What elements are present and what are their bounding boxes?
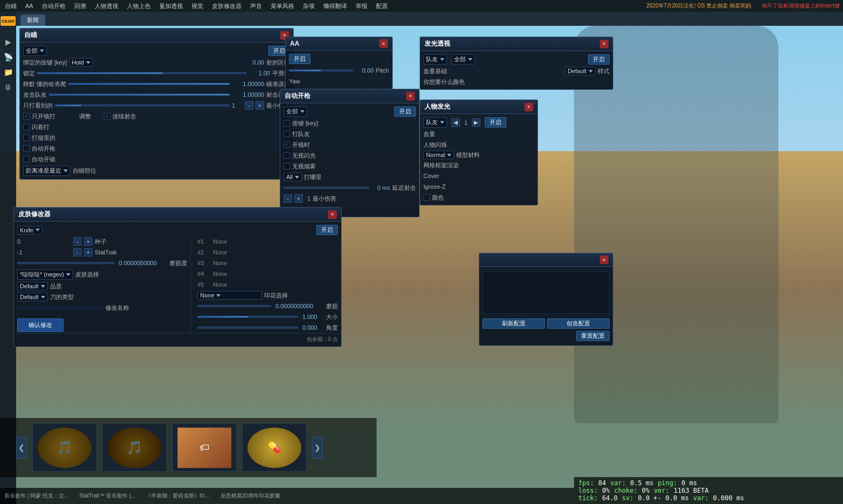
playerglow-enable-button[interactable]: 开启 bbox=[485, 117, 506, 127]
config-reset-button[interactable]: 重置配置 bbox=[576, 331, 610, 341]
skin-sticker-wear-slider[interactable] bbox=[197, 305, 271, 307]
skin-stattrak-minus[interactable]: - bbox=[73, 248, 82, 257]
menu-player-color[interactable]: 人物上色 bbox=[125, 2, 152, 10]
aimbot-flash-checkbox[interactable] bbox=[23, 124, 30, 130]
glow-panel-header[interactable]: 发光透视 × bbox=[420, 37, 613, 51]
autoshoot-mindmg-plus[interactable]: + bbox=[294, 194, 303, 203]
config-create-button[interactable]: 创造配置 bbox=[547, 318, 610, 329]
skin-wear-slider[interactable] bbox=[17, 262, 115, 264]
aimbot-panel-header[interactable]: 自瞄 × bbox=[20, 29, 293, 42]
menu-misc[interactable]: 杂项 bbox=[301, 2, 316, 10]
glow-default-dropdown[interactable]: Default bbox=[565, 67, 596, 75]
skin-sticker-dropdown[interactable]: None bbox=[197, 291, 262, 300]
skin-close-button[interactable]: × bbox=[328, 210, 337, 219]
inventory-item-2[interactable]: 🏷 bbox=[172, 423, 237, 472]
sidebar-wifi-icon[interactable]: 📡 bbox=[2, 51, 15, 63]
autoshoot-scope-check[interactable]: 开镜时 bbox=[284, 141, 310, 149]
skin-weapon-dropdown[interactable]: Knife bbox=[17, 226, 42, 235]
aimbot-autofire-checkbox[interactable] bbox=[23, 145, 30, 152]
skin-enable-button[interactable]: 开启 bbox=[316, 225, 338, 235]
autoshoot-close-button[interactable]: × bbox=[406, 92, 415, 101]
glow-enable-button[interactable]: 开启 bbox=[588, 54, 610, 65]
sidebar-play-icon[interactable]: ▶ bbox=[2, 36, 15, 48]
autoshoot-delay-slider[interactable] bbox=[284, 187, 369, 189]
aimbot-flash-check[interactable]: 闪着打 bbox=[23, 123, 49, 131]
menu-menu-style[interactable]: 菜单风格 bbox=[269, 2, 296, 10]
menu-skin[interactable]: 皮肤修改器 bbox=[210, 2, 243, 10]
playerglow-color-checkbox[interactable] bbox=[423, 194, 430, 201]
autoshoot-smoke-check[interactable]: 无视烟雾 bbox=[284, 162, 316, 171]
menu-player-esp[interactable]: 人物透视 bbox=[93, 2, 120, 10]
sidebar-monitor-icon[interactable]: 🖥 bbox=[2, 81, 15, 94]
inventory-item-0[interactable]: 🎵 bbox=[32, 423, 97, 472]
autoshoot-key-check[interactable]: 按键 [key] bbox=[284, 119, 318, 127]
aimbot-smoke-checkbox[interactable] bbox=[23, 134, 30, 141]
aimbot-silent-slider[interactable] bbox=[68, 83, 230, 85]
aimbot-visible-slider[interactable] bbox=[55, 104, 230, 107]
autoshoot-enable-button[interactable]: 开启 bbox=[394, 107, 416, 117]
aimbot-autoscope-checkbox[interactable] bbox=[23, 156, 30, 162]
aimbot-target-dropdown[interactable]: 距离准星最近 bbox=[23, 166, 70, 176]
inventory-item-3[interactable]: 💊 bbox=[242, 423, 307, 472]
menu-visual[interactable]: 视觉 bbox=[190, 2, 205, 10]
tab-news[interactable]: 新闻 bbox=[20, 15, 45, 26]
playerglow-team-dropdown[interactable]: 队友 bbox=[423, 117, 447, 127]
autoshoot-smoke-checkbox[interactable] bbox=[284, 163, 290, 169]
playerglow-next-button[interactable]: ▶ bbox=[472, 118, 480, 127]
aimbot-visible-plus[interactable]: + bbox=[256, 101, 264, 110]
menu-auto-shoot[interactable]: 自动开枪 bbox=[40, 2, 67, 10]
glow-team-dropdown[interactable]: 队友 bbox=[423, 54, 447, 65]
aimbot-scopeonly-check[interactable]: 只开镜打 bbox=[23, 112, 55, 120]
inventory-nav-left[interactable]: ❮ bbox=[16, 437, 27, 458]
menu-sound[interactable]: 声音 bbox=[249, 2, 264, 10]
aimbot-attackteam-slider[interactable] bbox=[49, 94, 230, 96]
autoshoot-hit-dropdown[interactable]: All bbox=[284, 173, 302, 181]
glow-close-button[interactable]: × bbox=[600, 40, 608, 48]
menu-report[interactable]: 举报 bbox=[354, 2, 369, 10]
autoshoot-flash-check[interactable]: 无视闪光 bbox=[284, 152, 316, 160]
playerglow-normal-dropdown[interactable]: Normal bbox=[423, 151, 454, 159]
aimbot-scopeonly-checkbox[interactable] bbox=[23, 113, 30, 119]
menu-manga-esp[interactable]: 曼加透视 bbox=[158, 2, 185, 10]
aimbot-hold-dropdown[interactable]: Hold bbox=[69, 58, 93, 67]
skin-seed-minus[interactable]: - bbox=[73, 237, 82, 246]
menu-zizao[interactable]: 自瞄 bbox=[3, 2, 18, 10]
sidebar-folder-icon[interactable]: 📁 bbox=[2, 66, 15, 79]
inventory-item-1[interactable]: 🎵 bbox=[102, 423, 167, 472]
menu-config[interactable]: 配置 bbox=[374, 2, 389, 10]
autoshoot-flash-checkbox[interactable] bbox=[284, 152, 290, 159]
autoshoot-mindmg-minus[interactable]: - bbox=[284, 194, 292, 203]
config-refresh-button[interactable]: 刷新配置 bbox=[483, 318, 545, 329]
skin-sticker-size-slider[interactable] bbox=[197, 316, 298, 318]
aimbot-team-dropdown[interactable]: 全部 bbox=[23, 46, 47, 56]
playerglow-prev-button[interactable]: ◀ bbox=[451, 118, 460, 127]
glow-all-dropdown[interactable]: 全部 bbox=[451, 54, 475, 65]
menu-aa[interactable]: AA bbox=[24, 3, 35, 9]
aa-enable-button[interactable]: 开启 bbox=[289, 54, 310, 64]
skin-confirm-button[interactable]: 确认修改 bbox=[17, 318, 63, 332]
autoshoot-team-dropdown[interactable]: 全部 bbox=[284, 107, 307, 117]
aimbot-connect-checkbox[interactable] bbox=[104, 113, 110, 119]
aimbot-connect-check[interactable]: 连续射击 bbox=[104, 112, 136, 120]
skin-sticker-angle-slider[interactable] bbox=[197, 326, 298, 329]
skin-select-dropdown[interactable]: *哒哒哒* (negev) bbox=[17, 269, 73, 280]
autoshoot-team-check[interactable]: 打队友 bbox=[284, 130, 310, 138]
aa-panel-header[interactable]: AA × bbox=[286, 37, 392, 51]
skin-quality-dropdown[interactable]: Default bbox=[17, 282, 48, 290]
playerglow-panel-header[interactable]: 人物发光 × bbox=[420, 100, 537, 114]
aimbot-visible-minus[interactable]: - bbox=[245, 101, 253, 110]
playerglow-close-button[interactable]: × bbox=[525, 103, 533, 111]
autoshoot-key-checkbox[interactable] bbox=[284, 120, 290, 126]
skin-seed-plus[interactable]: + bbox=[84, 237, 93, 246]
autoshoot-scope-checkbox[interactable] bbox=[284, 141, 290, 148]
autoshoot-panel-header[interactable]: 自动开枪 × bbox=[280, 89, 419, 103]
config-panel-header[interactable]: × bbox=[479, 253, 613, 267]
autoshoot-team-checkbox[interactable] bbox=[284, 131, 290, 137]
skin-panel-header[interactable]: 皮肤修改器 × bbox=[14, 208, 341, 222]
aa-pitch-slider[interactable] bbox=[289, 69, 353, 72]
aa-close-button[interactable]: × bbox=[379, 39, 388, 48]
aimbot-autofire-check[interactable]: 自动开枪 bbox=[23, 145, 55, 153]
config-close-button[interactable]: × bbox=[600, 255, 608, 264]
skin-knifetype-dropdown[interactable]: Default bbox=[17, 293, 48, 301]
skin-name-input[interactable] bbox=[17, 307, 103, 309]
